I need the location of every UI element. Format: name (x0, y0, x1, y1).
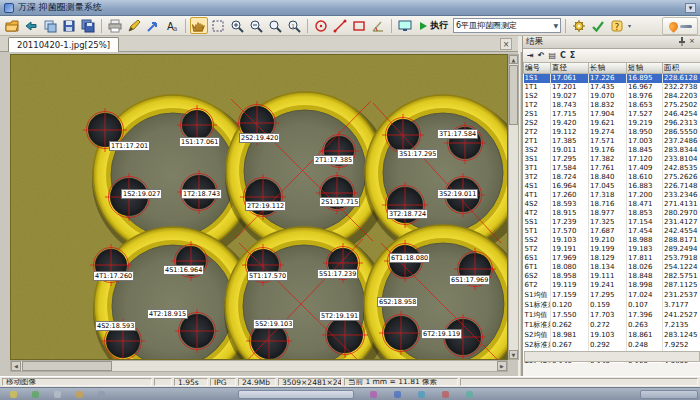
table-row[interactable]: 1S219.02719.07018.976284.2203 (524, 92, 700, 101)
scroll-down-icon[interactable]: ▼ (509, 350, 518, 359)
export-icon[interactable]: ⇥ (527, 50, 534, 62)
text-tool-icon[interactable]: Aa (163, 17, 181, 34)
table-row[interactable]: 2T117.38517.57117.003237.2486 (524, 137, 700, 146)
help-menu-caret-icon[interactable]: ▾ (628, 22, 631, 29)
taskbar-icon[interactable] (76, 391, 83, 398)
scroll-up-icon[interactable]: ▲ (509, 55, 518, 64)
column-header-1[interactable]: 直径 (551, 63, 589, 74)
table-row[interactable]: 3T117.58417.76117.409242.8535 (524, 164, 700, 173)
table-row[interactable]: 4T218.91518.97718.853280.2970 (524, 209, 700, 218)
table-row[interactable]: 2T219.11219.27418.950286.5550 (524, 128, 700, 137)
open-image-icon[interactable] (3, 17, 21, 34)
sum-icon[interactable]: Σ (570, 50, 575, 62)
close-panel-icon[interactable]: × (687, 37, 697, 47)
measure-rect-icon[interactable] (350, 17, 368, 34)
zoom-in-icon[interactable] (228, 17, 246, 34)
table-row[interactable]: 3S117.29517.38217.120233.8104 (524, 155, 700, 164)
print-icon[interactable] (106, 17, 124, 34)
settings-icon[interactable] (570, 17, 588, 34)
save-icon[interactable] (60, 17, 78, 34)
table-row[interactable]: 5S117.23917.32517.154231.4127 (524, 218, 700, 227)
taskbar-icon[interactable] (394, 391, 401, 398)
task-select-dropdown[interactable]: 6平皿抑菌圈测定▼ (453, 18, 561, 33)
taskbar-icon[interactable] (10, 391, 17, 398)
select-frame-icon[interactable] (209, 17, 227, 34)
table-row[interactable]: T1标准差0.2620.2720.2637.2135 (524, 320, 700, 330)
screen-icon[interactable] (396, 17, 414, 34)
results-table-scrollbar[interactable] (524, 351, 700, 362)
table-row[interactable]: S1均值17.15917.29517.024231.2537 (524, 290, 700, 300)
scroll-left-icon[interactable]: ◀ (11, 361, 21, 371)
table-row[interactable]: 4T117.26017.31817.200233.2346 (524, 191, 700, 200)
table-row[interactable]: 2S219.42019.62119.219296.2313 (524, 119, 700, 128)
table-row[interactable]: 4S218.59318.71618.471271.4131 (524, 200, 700, 209)
column-header-3[interactable]: 短轴 (627, 63, 663, 74)
taskbar-icon[interactable] (466, 391, 473, 398)
annotate-arrow-icon[interactable] (144, 17, 162, 34)
taskbar-icon[interactable] (98, 391, 105, 398)
table-cell: 228.6128 (663, 74, 700, 83)
column-header-4[interactable]: 面积 (663, 63, 700, 74)
table-row[interactable]: 5T117.57017.68717.454242.4554 (524, 227, 700, 236)
table-row[interactable]: 1T218.74318.83218.653275.2502 (524, 101, 700, 110)
horizontal-scrollbar[interactable]: ◀ ▶ (10, 360, 508, 372)
help-icon[interactable]: ? (608, 17, 626, 34)
table-row[interactable]: 6S117.96918.12917.811253.7918 (524, 254, 700, 263)
measure-angle-icon[interactable] (369, 17, 387, 34)
copy-image-icon[interactable] (41, 17, 59, 34)
measure-line-icon[interactable] (331, 17, 349, 34)
table-cell: 288.8171 (663, 236, 700, 245)
table-cell: 286.5550 (663, 128, 700, 137)
table-row[interactable]: 2S117.71517.90417.527246.4254 (524, 110, 700, 119)
pin-icon[interactable] (677, 37, 687, 47)
specimen-image[interactable]: 1T1:17.2011S1:17.0611S2:19.0271T2:18.743… (10, 54, 508, 360)
horizontal-scroll-thumb[interactable] (22, 361, 112, 371)
tab-image-document[interactable]: 20110420-1.jpg[25%] (8, 37, 119, 52)
column-header-0[interactable]: 编号 (524, 63, 551, 74)
table-cell: 16.964 (551, 182, 589, 191)
close-view-icon[interactable]: × (500, 38, 512, 50)
taskbar-icon[interactable] (370, 391, 377, 398)
scroll-right-icon[interactable]: ▶ (497, 361, 507, 371)
clear-icon[interactable]: C (560, 50, 566, 62)
zoom-100-icon[interactable]: 1 (285, 17, 303, 34)
table-row[interactable]: 1T117.20117.43516.967232.2738 (524, 83, 700, 92)
table-row[interactable]: S1标准差0.1200.1590.1073.7177 (524, 300, 700, 310)
table-row[interactable]: 5S219.10319.21018.988288.8171 (524, 236, 700, 245)
taskbar-icon[interactable] (32, 391, 39, 398)
check-icon[interactable] (589, 17, 607, 34)
column-header-2[interactable]: 长轴 (589, 63, 627, 74)
save-all-icon[interactable] (79, 17, 97, 34)
zoom-fit-icon[interactable] (266, 17, 284, 34)
table-row[interactable]: 6S218.95819.11118.848282.5751 (524, 272, 700, 281)
run-button[interactable]: 执行 (415, 18, 452, 33)
window-menu-icon[interactable]: ▾ (685, 3, 696, 13)
zoom-out-icon[interactable] (247, 17, 265, 34)
taskbar-icon[interactable] (442, 391, 449, 398)
table-row[interactable]: 6T118.08018.13418.026254.1224 (524, 263, 700, 272)
measure-circle-icon[interactable] (312, 17, 330, 34)
save-result-icon[interactable]: ▤ (548, 50, 556, 62)
table-row[interactable]: 3T218.72418.84018.610275.2626 (524, 173, 700, 182)
table-row[interactable]: S2标准差0.2670.2920.2487.9252 (524, 340, 700, 350)
table-row[interactable]: 1S117.06117.22616.895228.6128 (524, 74, 700, 83)
taskbar-window-button[interactable] (238, 390, 354, 399)
table-row[interactable]: 3S219.01119.17618.845283.8344 (524, 146, 700, 155)
table-row[interactable]: T1均值17.55017.70317.396241.2527 (524, 310, 700, 320)
zone-measurement-label: 4S2:18.593 (95, 321, 136, 331)
table-row[interactable]: 6T219.11919.24118.998287.1125 (524, 281, 700, 290)
taskbar-icon[interactable] (418, 391, 425, 398)
table-row[interactable]: 4S116.96417.04516.883226.7148 (524, 182, 700, 191)
table-row[interactable]: S2均值18.98119.10318.861283.1245 (524, 330, 700, 340)
zone-measurement-label: 1S2:19.027 (121, 189, 162, 199)
os-taskbar[interactable] (0, 387, 700, 400)
back-icon[interactable] (22, 17, 40, 34)
undo-icon[interactable]: ↶ (538, 50, 545, 62)
vertical-scroll-thumb[interactable] (509, 65, 518, 125)
table-row[interactable]: 5T219.19119.19919.183289.2494 (524, 245, 700, 254)
taskbar-icon[interactable] (54, 391, 61, 398)
pan-hand-icon[interactable] (190, 17, 208, 34)
title-bar[interactable]: 万深 抑菌圈测量系统 ▾ (0, 0, 700, 16)
vertical-scrollbar[interactable]: ▲ ▼ (508, 54, 519, 360)
pencil-icon[interactable] (125, 17, 143, 34)
